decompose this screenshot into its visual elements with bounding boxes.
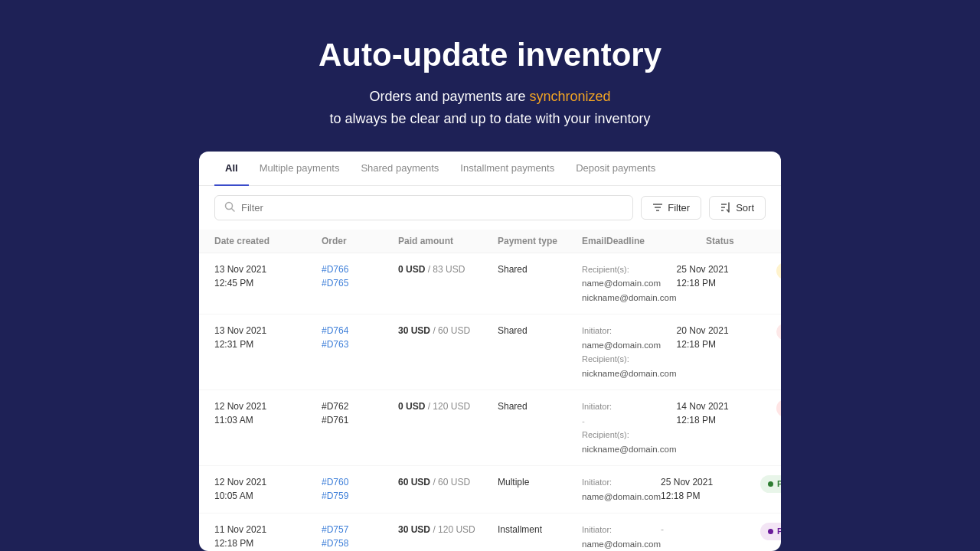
cell-email-3: Initiator: - Recipient(s): nickname@doma… xyxy=(582,399,677,456)
th-deadline: Deadline xyxy=(606,236,706,246)
th-paid: Paid amount xyxy=(398,236,498,246)
cell-status-5: Partially paid xyxy=(760,523,781,540)
status-badge-partial: Partially paid xyxy=(760,523,781,540)
filter-label: Filter xyxy=(668,202,690,214)
cell-deadline-5: - xyxy=(661,523,760,536)
status-badge-expired: Expired xyxy=(776,399,781,417)
cell-status-2: Need considera... xyxy=(776,324,781,340)
cell-deadline-3: 14 Nov 202112:18 PM xyxy=(677,399,776,427)
cell-date-5: 11 Nov 202112:18 PM xyxy=(214,523,322,550)
order-link-d757[interactable]: #D757 xyxy=(322,523,398,536)
order-link-d764[interactable]: #D764 xyxy=(322,324,398,337)
svg-line-1 xyxy=(232,208,235,211)
cell-status-3: Expired xyxy=(776,399,781,417)
cell-order-4: #D760 #D759 xyxy=(322,475,398,503)
cell-paid-3: 0 USD / 120 USD xyxy=(398,399,498,413)
cell-paid-1: 0 USD / 83 USD xyxy=(398,262,498,276)
cell-paid-5: 30 USD / 120 USD xyxy=(398,523,498,536)
th-status: Status xyxy=(706,236,781,246)
search-input[interactable] xyxy=(241,202,623,214)
th-order: Order xyxy=(322,236,398,246)
cell-date-4: 12 Nov 202110:05 AM xyxy=(214,475,322,503)
cell-deadline-4: 25 Nov 202112:18 PM xyxy=(661,475,760,503)
cell-email-4: Initiator: name@domain.com xyxy=(582,475,661,504)
status-badge-pending: Pending xyxy=(776,262,781,280)
main-card: All Multiple payments Shared payments In… xyxy=(199,152,781,551)
cell-order-3: #D762 #D761 xyxy=(322,399,398,427)
cell-type-1: Shared xyxy=(498,262,582,276)
cell-email-1: Recipient(s): name@domain.com nickname@d… xyxy=(582,262,677,305)
tab-bar: All Multiple payments Shared payments In… xyxy=(199,152,781,186)
cell-email-2: Initiator: name@domain.com Recipient(s):… xyxy=(582,324,677,380)
cell-deadline-1: 25 Nov 202112:18 PM xyxy=(677,262,776,290)
cell-date-1: 13 Nov 202112:45 PM xyxy=(214,262,322,290)
hero-subtitle: Orders and payments are synchronized to … xyxy=(318,86,662,130)
cell-type-5: Installment xyxy=(498,523,582,536)
cell-date-3: 12 Nov 202111:03 AM xyxy=(214,399,322,427)
cell-type-2: Shared xyxy=(498,324,582,337)
th-type: Payment type xyxy=(498,236,582,246)
table-row: 12 Nov 202110:05 AM #D760 #D759 60 USD /… xyxy=(199,466,781,514)
cell-email-5: Initiator: name@domain.com xyxy=(582,523,661,551)
hero-highlight: synchronized xyxy=(530,89,611,104)
sort-label: Sort xyxy=(736,202,754,214)
table-row: 13 Nov 202112:45 PM #D766 #D765 0 USD / … xyxy=(199,253,781,315)
hero-title: Auto-update inventory xyxy=(318,37,662,73)
cell-order-5: #D757 #D758 xyxy=(322,523,398,550)
th-date: Date created xyxy=(214,236,322,246)
cell-status-1: Pending xyxy=(776,262,781,280)
tab-multiple-payments[interactable]: Multiple payments xyxy=(249,152,351,186)
cell-order-2: #D764 #D763 xyxy=(322,324,398,351)
status-badge-paid: Paid xyxy=(760,475,781,493)
tab-deposit-payments[interactable]: Deposit payments xyxy=(565,152,666,186)
tab-installment-payments[interactable]: Installment payments xyxy=(449,152,565,186)
filter-button[interactable]: Filter xyxy=(641,196,701,220)
table-row: 13 Nov 202112:31 PM #D764 #D763 30 USD /… xyxy=(199,315,781,390)
table-row: 11 Nov 202112:18 PM #D757 #D758 30 USD /… xyxy=(199,514,781,551)
order-link-d758[interactable]: #D758 xyxy=(322,536,398,550)
tab-all[interactable]: All xyxy=(214,152,249,186)
table-header: Date created Order Paid amount Payment t… xyxy=(199,230,781,253)
sort-button[interactable]: Sort xyxy=(709,196,766,220)
order-link-d766[interactable]: #D766 xyxy=(322,262,398,276)
status-badge-need: Need considera... xyxy=(776,324,781,340)
cell-status-4: Paid xyxy=(760,475,781,493)
hero-section: Auto-update inventory Orders and payment… xyxy=(303,0,677,152)
order-link-d760[interactable]: #D760 xyxy=(322,475,398,489)
th-email: Email xyxy=(582,236,606,246)
order-link-d763[interactable]: #D763 xyxy=(322,337,398,351)
cell-type-4: Multiple xyxy=(498,475,582,489)
cell-paid-4: 60 USD / 60 USD xyxy=(398,475,498,489)
cell-date-2: 13 Nov 202112:31 PM xyxy=(214,324,322,351)
order-link-d759[interactable]: #D759 xyxy=(322,489,398,503)
cell-paid-2: 30 USD / 60 USD xyxy=(398,324,498,337)
order-link-d765[interactable]: #D765 xyxy=(322,276,398,290)
filter-icon xyxy=(652,202,663,213)
table-row: 12 Nov 202111:03 AM #D762 #D761 0 USD / … xyxy=(199,390,781,466)
toolbar: Filter Sort xyxy=(199,186,781,230)
tab-shared-payments[interactable]: Shared payments xyxy=(350,152,449,186)
cell-type-3: Shared xyxy=(498,399,582,413)
cell-order-1: #D766 #D765 xyxy=(322,262,398,290)
search-box xyxy=(214,195,633,220)
table-body: 13 Nov 202112:45 PM #D766 #D765 0 USD / … xyxy=(199,253,781,551)
search-icon xyxy=(224,201,235,214)
cell-deadline-2: 20 Nov 202112:18 PM xyxy=(677,324,776,351)
sort-icon xyxy=(720,202,731,213)
